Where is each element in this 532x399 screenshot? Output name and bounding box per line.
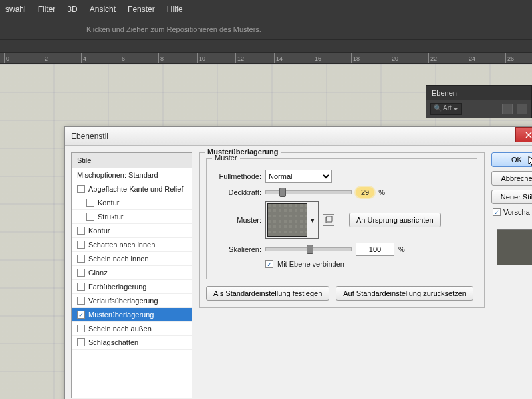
style-item[interactable]: Schlagschatten: [72, 336, 192, 350]
svg-rect-1: [327, 216, 332, 221]
blend-options-row[interactable]: Mischoptionen: Standard: [72, 168, 192, 182]
dialog-buttons: OK Abbreche Neuer Stil ✓ Vorscha: [489, 146, 532, 399]
pattern-overlay-group: Musterüberlagerung Muster Füllmethode: N…: [199, 152, 485, 308]
ruler-tick: 6: [120, 53, 125, 63]
ruler-tick: 22: [428, 53, 437, 63]
layers-panel-header[interactable]: Ebenen: [426, 86, 531, 100]
style-checkbox[interactable]: [77, 227, 85, 235]
style-label: Schein nach innen: [88, 255, 149, 263]
info-bar: Klicken und Ziehen zum Repositionieren d…: [0, 19, 532, 40]
snap-origin-button[interactable]: An Ursprung ausrichten: [349, 213, 441, 227]
close-icon: [525, 132, 532, 138]
chevron-down-icon[interactable]: ▾: [309, 216, 317, 224]
menu-item[interactable]: Ansicht: [90, 5, 116, 14]
ruler-tick: 14: [274, 53, 283, 63]
scale-slider[interactable]: [265, 247, 352, 251]
style-label: Glanz: [88, 269, 108, 277]
ruler-horizontal[interactable]: 02468101214161820222426: [0, 52, 532, 64]
ok-button[interactable]: OK: [491, 152, 532, 167]
menu-item[interactable]: swahl: [5, 5, 26, 14]
ruler-tick: 16: [313, 53, 321, 63]
toolbar-gap: [0, 40, 532, 52]
link-label: Mit Ebene verbinden: [277, 260, 344, 268]
dialog-titlebar[interactable]: Ebenenstil: [65, 127, 532, 146]
ruler-tick: 4: [81, 53, 86, 63]
make-default-button[interactable]: Als Standardeinstellung festlegen: [206, 286, 329, 301]
pattern-swatch[interactable]: [267, 203, 307, 237]
ruler-tick: 0: [4, 53, 9, 63]
style-checkbox[interactable]: [77, 283, 85, 291]
style-item[interactable]: Schein nach außen: [72, 322, 192, 336]
style-item[interactable]: Glanz: [72, 266, 192, 280]
menu-item[interactable]: Fenster: [128, 5, 155, 14]
style-item[interactable]: Farbüberlagerung: [72, 280, 192, 294]
style-label: Verlaufsüberlagerung: [88, 297, 158, 305]
style-item[interactable]: Verlaufsüberlagerung: [72, 294, 192, 308]
ruler-tick: 18: [351, 53, 360, 63]
style-label: Schlagschatten: [88, 338, 138, 346]
style-checkbox[interactable]: [77, 185, 85, 193]
scale-label: Skalieren:: [213, 245, 261, 253]
percent-sign: %: [398, 245, 405, 253]
style-checkbox[interactable]: [77, 338, 85, 346]
menu-item[interactable]: Hilfe: [167, 5, 183, 14]
style-settings: Musterüberlagerung Muster Füllmethode: N…: [196, 146, 489, 399]
percent-sign: %: [378, 188, 385, 196]
dialog-title-text: Ebenenstil: [71, 132, 108, 141]
style-checkbox[interactable]: [77, 255, 85, 263]
filter-icon[interactable]: [517, 104, 527, 114]
style-label: Abgeflachte Kante und Relief: [88, 185, 184, 193]
style-item[interactable]: ✓Musterüberlagerung: [72, 308, 192, 322]
style-checkbox[interactable]: ✓: [77, 311, 85, 319]
menu-item[interactable]: 3D: [67, 5, 77, 14]
new-pattern-button[interactable]: [323, 214, 334, 226]
ruler-tick: 12: [235, 53, 244, 63]
style-item[interactable]: Kontur: [72, 224, 192, 238]
new-style-button[interactable]: Neuer Stil: [491, 190, 532, 204]
menu-item[interactable]: Filter: [38, 5, 56, 14]
ruler-tick: 20: [390, 53, 398, 63]
preview-checkbox[interactable]: ✓: [493, 208, 501, 216]
link-checkbox[interactable]: ✓: [265, 260, 273, 268]
style-checkbox[interactable]: [77, 269, 85, 277]
style-checkbox[interactable]: [86, 213, 94, 221]
ruler-tick: 10: [197, 53, 205, 63]
style-checkbox[interactable]: [77, 297, 85, 305]
style-label: Schatten nach innen: [88, 241, 155, 249]
style-checkbox[interactable]: [77, 241, 85, 249]
pattern-subgroup: Muster Füllmethode: Normal Deckkraft: 29…: [206, 158, 477, 279]
style-label: Schein nach außen: [88, 325, 152, 332]
style-item[interactable]: Struktur: [72, 210, 192, 224]
layers-title: Ebenen: [432, 89, 457, 97]
preview-label: Vorscha: [503, 208, 530, 216]
styles-list-header[interactable]: Stile: [72, 153, 192, 168]
style-item[interactable]: Schatten nach innen: [72, 238, 192, 252]
cancel-button[interactable]: Abbreche: [491, 171, 532, 186]
scale-input[interactable]: [356, 243, 394, 256]
layer-kind-select[interactable]: 🔍Art: [430, 103, 462, 115]
style-item[interactable]: Schein nach innen: [72, 252, 192, 266]
styles-list: Stile Mischoptionen: Standard Abgeflacht…: [71, 152, 192, 398]
style-checkbox[interactable]: [86, 199, 94, 207]
filter-icon[interactable]: [502, 104, 513, 114]
ruler-tick: 2: [43, 53, 48, 63]
blend-mode-select[interactable]: Normal: [265, 170, 332, 183]
layers-toolbar: 🔍Art: [426, 100, 531, 118]
opacity-slider[interactable]: [265, 190, 352, 194]
reset-default-button[interactable]: Auf Standardeinstellung zurücksetzen: [336, 286, 473, 301]
new-icon: [325, 216, 332, 224]
style-item[interactable]: Kontur: [72, 196, 192, 210]
ruler-tick: 24: [467, 53, 475, 63]
close-button[interactable]: [515, 127, 532, 142]
layer-style-dialog: Ebenenstil Stile Mischoptionen: Standard…: [64, 126, 532, 399]
layers-panel: Ebenen 🔍Art: [426, 85, 532, 118]
style-checkbox[interactable]: [77, 325, 85, 332]
info-text: Klicken und Ziehen zum Repositionieren d…: [86, 25, 261, 33]
ruler-tick: 8: [158, 53, 164, 63]
style-label: Musterüberlagerung: [88, 311, 154, 319]
style-item[interactable]: Abgeflachte Kante und Relief: [72, 182, 192, 196]
preview-swatch: [497, 229, 532, 265]
style-label: Kontur: [98, 199, 119, 207]
opacity-label: Deckkraft:: [213, 188, 261, 196]
subgroup-title: Muster: [212, 154, 240, 162]
